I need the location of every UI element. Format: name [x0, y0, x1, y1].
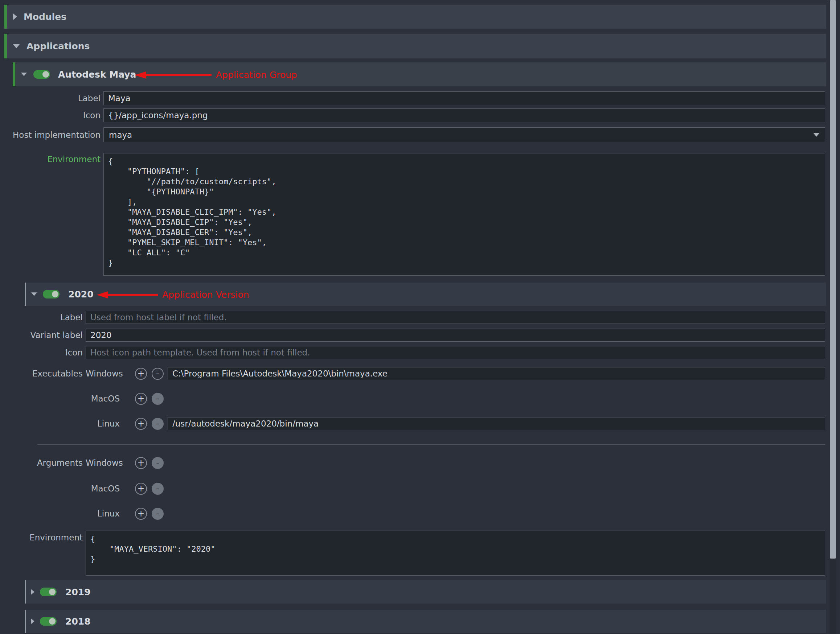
toggle-knob [43, 71, 49, 77]
remove-item-button[interactable]: - [152, 508, 164, 520]
field-row-label: Label [13, 91, 826, 105]
annotation-text: Application Group [216, 69, 297, 80]
remove-item-button[interactable]: - [152, 483, 164, 495]
annotation-text: Application Version [162, 289, 249, 300]
add-item-button[interactable]: + [135, 457, 147, 469]
arguments-windows-row: Arguments Windows + - [25, 456, 826, 470]
version-title: 2018 [65, 616, 91, 627]
version-label-input[interactable] [85, 311, 825, 324]
field-label: Icon [25, 348, 85, 357]
toggle-knob [49, 589, 55, 595]
field-label: Environment [13, 153, 103, 164]
section-title: Modules [24, 12, 66, 22]
add-item-button[interactable]: + [135, 418, 147, 430]
section-header-modules[interactable]: Modules [4, 5, 826, 28]
add-item-button[interactable]: + [135, 368, 147, 380]
platform-label: Windows [85, 458, 122, 467]
field-row-host-implementation: Host implementation maya [13, 127, 826, 142]
section-header-applications[interactable]: Applications [4, 34, 826, 58]
field-label: Environment [25, 531, 85, 542]
enabled-toggle[interactable] [40, 588, 57, 596]
version-header-2020[interactable]: 2020 Application Version [25, 282, 826, 306]
remove-item-button[interactable]: - [152, 457, 164, 469]
field-label: Label [25, 313, 85, 322]
field-row-variant-label: Variant label [25, 329, 826, 342]
remove-item-button[interactable]: - [152, 368, 164, 380]
chevron-down-icon[interactable] [31, 292, 37, 296]
platform-label: Linux [85, 509, 122, 518]
dropdown-arrow-icon [813, 133, 819, 137]
annotation-application-group: Application Group [134, 69, 297, 80]
red-arrow-left-icon [134, 70, 212, 80]
version-header-2019[interactable]: 2019 [25, 580, 826, 604]
executable-linux-input[interactable] [167, 417, 825, 430]
red-arrow-left-icon [96, 290, 158, 300]
remove-item-button[interactable]: - [152, 393, 164, 405]
field-row-label: Label [25, 311, 826, 324]
application-version-2019: 2019 [25, 580, 826, 604]
application-group-maya: Autodesk Maya Application Group Label Ic… [13, 62, 826, 633]
version-title: 2020 [68, 289, 94, 300]
label-input[interactable] [103, 91, 825, 105]
add-item-button[interactable]: + [135, 508, 147, 520]
version-environment-textarea[interactable]: { "MAYA_VERSION": "2020" } [85, 531, 825, 576]
enabled-toggle[interactable] [40, 617, 57, 626]
field-label: Host implementation [13, 130, 103, 140]
field-label: Variant label [25, 330, 85, 340]
field-row-icon: Icon [13, 109, 826, 122]
vertical-scrollbar-track[interactable] [829, 0, 836, 634]
group-title: Autodesk Maya [58, 69, 136, 80]
version-title: 2019 [65, 587, 91, 598]
field-label: Label [13, 93, 103, 103]
selected-value: maya [109, 130, 132, 140]
platform-label: MacOS [85, 484, 122, 493]
executables-macos-row: MacOS + - [25, 391, 826, 406]
arguments-macos-row: MacOS + - [25, 481, 826, 496]
platform-label: Linux [85, 419, 122, 428]
remove-item-button[interactable]: - [152, 418, 164, 430]
executables-linux-row: Linux + - [25, 416, 826, 431]
version-icon-input[interactable] [85, 346, 825, 359]
chevron-right-icon[interactable] [31, 618, 35, 624]
add-item-button[interactable]: + [135, 483, 147, 495]
application-version-2018: 2018 [25, 610, 826, 633]
enabled-toggle[interactable] [43, 290, 60, 298]
version-header-2018[interactable]: 2018 [25, 610, 826, 633]
add-item-button[interactable]: + [135, 393, 147, 405]
executable-windows-input[interactable] [167, 367, 825, 380]
section-title: Applications [27, 41, 90, 52]
toggle-knob [49, 618, 55, 625]
group-header-autodesk-maya[interactable]: Autodesk Maya Application Group [13, 62, 826, 86]
application-version-2020: 2020 Application Version Label Variant l… [25, 282, 826, 576]
section-divider [37, 444, 825, 445]
toggle-knob [52, 291, 58, 297]
icon-input[interactable] [103, 109, 825, 122]
executables-windows-row: Executables Windows + - [25, 366, 826, 381]
platform-label: MacOS [85, 394, 122, 403]
platform-label: Windows [85, 369, 122, 378]
enabled-toggle[interactable] [33, 70, 50, 79]
chevron-down-icon[interactable] [21, 73, 27, 76]
annotation-application-version: Application Version [96, 289, 249, 300]
field-row-environment: Environment { "MAYA_VERSION": "2020" } [25, 531, 826, 576]
field-label: Icon [13, 110, 103, 120]
variant-label-input[interactable] [85, 329, 825, 342]
settings-page: Modules Applications Autodesk Maya Appli… [0, 0, 840, 634]
field-label: Executables [25, 369, 85, 378]
chevron-right-icon[interactable] [31, 589, 35, 595]
arguments-linux-row: Linux + - [25, 506, 826, 521]
host-implementation-select[interactable]: maya [103, 127, 825, 142]
field-label: Arguments [25, 458, 85, 467]
field-row-icon: Icon [25, 346, 826, 359]
vertical-scrollbar-thumb[interactable] [830, 0, 836, 558]
field-row-environment: Environment { "PYTHONPATH": [ "//path/to… [13, 153, 826, 276]
environment-textarea[interactable]: { "PYTHONPATH": [ "//path/to/custom/scri… [103, 153, 825, 276]
chevron-right-icon[interactable] [13, 13, 17, 21]
chevron-down-icon[interactable] [13, 44, 20, 48]
